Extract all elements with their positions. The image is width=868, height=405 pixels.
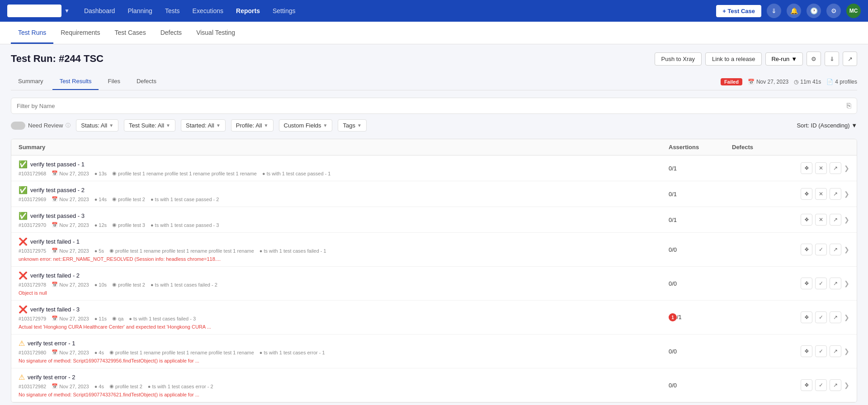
bug-action-button[interactable]: ❖ xyxy=(801,345,812,357)
check-action-button[interactable]: ✕ xyxy=(815,188,827,200)
nav-executions[interactable]: Executions xyxy=(193,5,223,16)
clock-icon: ● xyxy=(94,384,98,389)
avatar[interactable]: MC xyxy=(846,4,861,18)
bug-action-button[interactable]: ❖ xyxy=(801,311,812,323)
row-meta: #103172978 📅 Nov 27, 2023 ● 10s ◉ profil… xyxy=(19,282,669,287)
custom-fields-filter-dropdown[interactable]: Custom Fields ▼ xyxy=(279,119,333,132)
tab-requirements[interactable]: Requirements xyxy=(53,22,107,44)
filter-by-name-input[interactable] xyxy=(17,103,847,109)
external-link-button[interactable]: ↗ xyxy=(830,278,841,289)
row-error-text: Object is null xyxy=(19,290,669,296)
check-action-button[interactable]: ✓ xyxy=(815,311,827,323)
check-action-button[interactable]: ✓ xyxy=(815,244,827,255)
info-icon[interactable]: ⓘ xyxy=(66,122,71,129)
expand-row-icon[interactable]: ❯ xyxy=(844,381,849,389)
history-icon[interactable]: 🕐 xyxy=(807,4,821,18)
bug-action-button[interactable]: ❖ xyxy=(801,162,812,174)
chevron-down-icon[interactable]: ▼ xyxy=(64,8,70,14)
share-settings-icon[interactable]: ⚙ xyxy=(807,52,821,66)
table-row[interactable]: ⚠ verify test error - 1 #103172980 📅 Nov… xyxy=(11,334,857,368)
subtab-defects[interactable]: Defects xyxy=(129,73,164,90)
expand-row-icon[interactable]: ❯ xyxy=(844,216,849,223)
new-test-case-button[interactable]: + Test Case xyxy=(716,5,761,17)
external-link-button[interactable]: ↗ xyxy=(830,379,841,391)
nav-planning[interactable]: Planning xyxy=(127,5,152,16)
sort-control[interactable]: Sort: ID (Ascending) ▼ xyxy=(797,122,857,129)
expand-row-icon[interactable]: ❯ xyxy=(844,246,849,253)
check-action-button[interactable]: ✓ xyxy=(815,278,827,289)
row-title-text: verify test failed - 3 xyxy=(30,306,80,313)
check-action-button[interactable]: ✓ xyxy=(815,379,827,391)
table-row[interactable]: ❌ verify test failed - 3 #103172979 📅 No… xyxy=(11,301,857,334)
nav-dashboard[interactable]: Dashboard xyxy=(84,5,115,16)
external-link-button[interactable]: ↗ xyxy=(830,311,841,323)
notifications-icon[interactable]: 🔔 xyxy=(787,4,801,18)
check-action-button[interactable]: ✕ xyxy=(815,214,827,226)
table-row[interactable]: ✅ verify test passed - 1 #103172968 📅 No… xyxy=(11,155,857,181)
expand-row-icon[interactable]: ❯ xyxy=(844,190,849,198)
calendar-icon: 📅 xyxy=(52,349,58,355)
tab-visual-testing[interactable]: Visual Testing xyxy=(189,22,242,44)
calendar-icon: 📅 xyxy=(52,248,58,254)
logo-area[interactable]: ▼ xyxy=(7,5,70,17)
subtab-files[interactable]: Files xyxy=(100,73,127,90)
check-action-button[interactable]: ✓ xyxy=(815,345,827,357)
ts-icon: ● xyxy=(129,316,132,321)
expand-row-icon[interactable]: ❯ xyxy=(844,280,849,287)
tab-test-runs[interactable]: Test Runs xyxy=(11,22,53,44)
row-assertions: 0/0 xyxy=(669,382,732,389)
bug-action-button[interactable]: ❖ xyxy=(801,379,812,391)
link-to-release-button[interactable]: Link to a release xyxy=(705,52,762,66)
profile-filter-dropdown[interactable]: Profile: All ▼ xyxy=(231,119,274,132)
nav-tests[interactable]: Tests xyxy=(165,5,180,16)
bug-action-button[interactable]: ❖ xyxy=(801,214,812,226)
bug-action-button[interactable]: ❖ xyxy=(801,278,812,289)
download-icon[interactable]: ⇓ xyxy=(767,4,781,18)
logo[interactable] xyxy=(7,5,61,17)
external-link-button[interactable]: ↗ xyxy=(830,244,841,255)
table-row[interactable]: ✅ verify test passed - 2 #103172969 📅 No… xyxy=(11,181,857,207)
external-link-button[interactable]: ↗ xyxy=(830,345,841,357)
table-row[interactable]: ✅ verify test passed - 3 #103172970 📅 No… xyxy=(11,207,857,233)
expand-row-icon[interactable]: ❯ xyxy=(844,314,849,321)
tab-test-cases[interactable]: Test Cases xyxy=(107,22,153,44)
table-row[interactable]: ⚠ verify test error - 2 #103172982 📅 Nov… xyxy=(11,368,857,402)
share-icon[interactable]: ↗ xyxy=(843,52,857,66)
col-summary: Summary xyxy=(19,144,669,151)
top-navigation: ▼ Dashboard Planning Tests Executions Re… xyxy=(0,0,868,22)
settings-icon[interactable]: ⚙ xyxy=(826,4,841,18)
assertion-count: 0/0 xyxy=(669,280,677,287)
rerun-button[interactable]: Re-run ▼ xyxy=(765,52,803,66)
push-to-xray-button[interactable]: Push to Xray xyxy=(655,52,702,66)
subtab-test-results[interactable]: Test Results xyxy=(52,73,99,90)
bug-action-button[interactable]: ❖ xyxy=(801,188,812,200)
copy-icon[interactable]: ⎘ xyxy=(847,102,851,110)
started-filter-dropdown[interactable]: Started: All ▼ xyxy=(181,119,226,132)
row-profile: ◉ profile test 1 rename profile test 1 r… xyxy=(109,248,254,254)
export-icon[interactable]: ⇓ xyxy=(825,52,839,66)
external-link-button[interactable]: ↗ xyxy=(830,162,841,174)
subtab-summary[interactable]: Summary xyxy=(11,73,51,90)
tab-defects[interactable]: Defects xyxy=(153,22,189,44)
chevron-down-icon: ▼ xyxy=(166,123,170,128)
table-row[interactable]: ❌ verify test failed - 1 #103172975 📅 No… xyxy=(11,233,857,267)
row-ts: ● ts with 1 test cases error - 2 xyxy=(148,384,213,389)
external-link-button[interactable]: ↗ xyxy=(830,188,841,200)
test-suite-filter-dropdown[interactable]: Test Suite: All ▼ xyxy=(124,119,175,132)
need-review-toggle[interactable] xyxy=(11,122,25,130)
nav-reports[interactable]: Reports xyxy=(236,5,260,16)
nav-settings[interactable]: Settings xyxy=(273,5,296,16)
row-actions: ❖ ✓ ↗ ❯ xyxy=(795,345,849,357)
expand-row-icon[interactable]: ❯ xyxy=(844,348,849,355)
page-header: Test Run: #244 TSC Push to Xray Link to … xyxy=(11,52,857,66)
expand-row-icon[interactable]: ❯ xyxy=(844,165,849,172)
status-filter-dropdown[interactable]: Status: All ▼ xyxy=(76,119,118,132)
tags-filter-dropdown[interactable]: Tags ▼ xyxy=(338,119,366,132)
table-row[interactable]: ❌ verify test failed - 2 #103172978 📅 No… xyxy=(11,267,857,301)
row-ts: ● ts with 1 test cases failed - 2 xyxy=(151,282,217,287)
check-action-button[interactable]: ✕ xyxy=(815,162,827,174)
filter-controls: Need Review ⓘ Status: All ▼ Test Suite: … xyxy=(11,119,857,132)
external-link-button[interactable]: ↗ xyxy=(830,214,841,226)
bug-action-button[interactable]: ❖ xyxy=(801,244,812,255)
chevron-down-icon[interactable]: ▼ xyxy=(791,56,797,62)
